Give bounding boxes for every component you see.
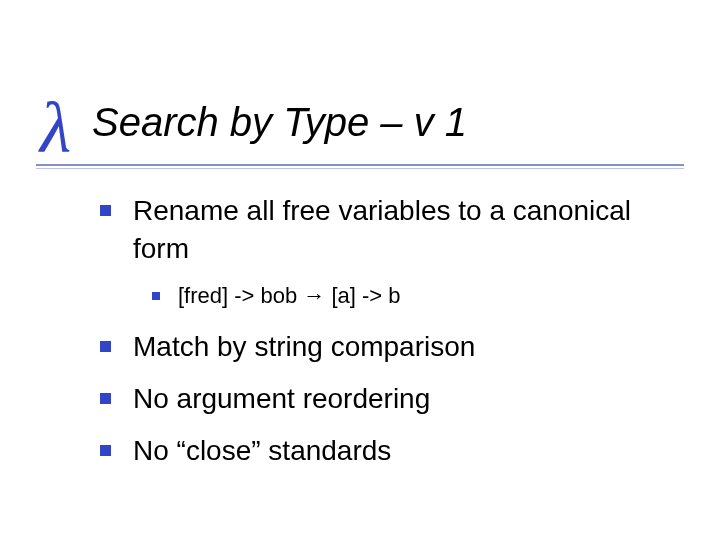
lambda-icon: λ — [40, 92, 71, 164]
square-bullet-icon — [100, 445, 111, 456]
bullet-item: Match by string comparison — [100, 328, 680, 366]
square-bullet-icon — [100, 393, 111, 404]
slide-title: Search by Type – v 1 — [92, 100, 467, 145]
square-bullet-icon — [100, 205, 111, 216]
slide: λ Search by Type – v 1 Rename all free v… — [0, 0, 720, 540]
bullet-item: No argument reordering — [100, 380, 680, 418]
bullet-item: Rename all free variables to a canonical… — [100, 192, 680, 268]
bullet-text: No argument reordering — [133, 380, 430, 418]
bullet-item: No “close” standards — [100, 432, 680, 470]
title-underline-shadow — [36, 168, 684, 169]
square-bullet-icon — [152, 292, 160, 300]
sub-bullet-item: [fred] -> bob → [a] -> b — [152, 282, 680, 311]
sub-bullet-text: [fred] -> bob → [a] -> b — [178, 282, 401, 311]
bullet-text: Match by string comparison — [133, 328, 475, 366]
square-bullet-icon — [100, 341, 111, 352]
bullet-text: No “close” standards — [133, 432, 391, 470]
title-underline — [36, 164, 684, 166]
sub-bullet-list: [fred] -> bob → [a] -> b — [152, 282, 680, 311]
bullet-text: Rename all free variables to a canonical… — [133, 192, 680, 268]
slide-body: Rename all free variables to a canonical… — [100, 192, 680, 484]
